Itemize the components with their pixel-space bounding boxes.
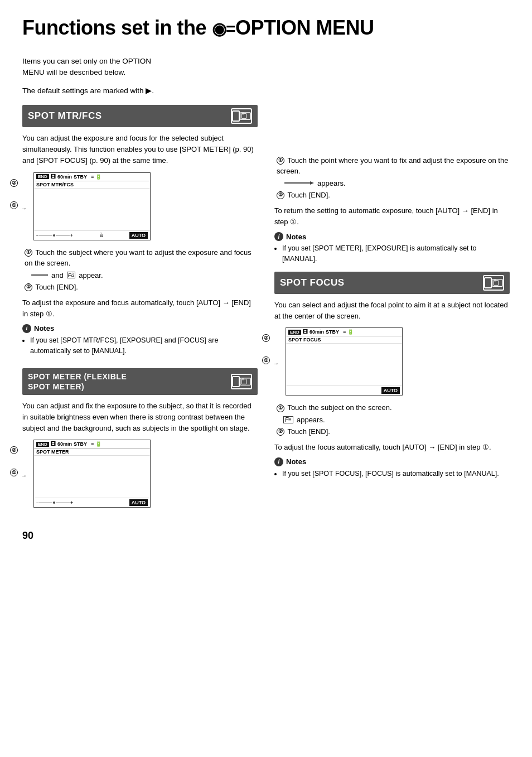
step1-spot-meter: ① Touch the point where you want to fix … — [274, 155, 510, 177]
intro-text: Items you can set only on the OPTION MEN… — [22, 56, 258, 79]
page-title: Functions set in the ◉=OPTION MENU — [22, 17, 510, 39]
appear-text: appear. — [79, 271, 103, 279]
appears-spot-mtr-fcs: and Fǔ appear. — [31, 271, 258, 279]
page-number: 90 — [22, 530, 510, 542]
title-suffix: OPTION MENU — [235, 16, 374, 39]
camera-icon-spot-mtr-fcs — [231, 108, 252, 124]
focus-icon-1: à — [100, 232, 103, 238]
screen-content-1 — [34, 189, 150, 230]
auto-return-spot-meter: To return the setting to automatic expos… — [274, 205, 510, 228]
notes-list-1: If you set [SPOT MTR/FCS], [EXPOSURE] an… — [22, 335, 258, 357]
appears-spot-meter: appears. — [283, 179, 510, 187]
auto-label-3: AUTO — [381, 387, 400, 394]
menu-label-spot-mtr-fcs: SPOT MTR/FCS — [34, 181, 150, 189]
notes-header-1: i Notes — [22, 324, 258, 333]
callout-2-spot-meter: ② — [10, 446, 18, 454]
title-prefix: Functions set in the — [22, 16, 212, 39]
auto-return-spot-mtr-fcs: To adjust the exposure and focus automat… — [22, 297, 258, 320]
auto-label-2: AUTO — [129, 499, 148, 506]
menu-label-spot-focus: SPOT FOCUS — [286, 336, 402, 344]
tape-icon: 🎞 — [51, 174, 56, 180]
note-item-1: If you set [SPOT MTR/FCS], [EXPOSURE] an… — [30, 335, 258, 357]
notes-spot-meter: i Notes If you set [SPOT METER], [EXPOSU… — [274, 232, 510, 265]
spot-mtr-fcs-body: You can adjust the exposure and focus fo… — [22, 133, 258, 166]
screen-mockup-spot-meter: ② ① → END 🎞 60min STBY ≡ 🔋 SPOT METER — [22, 440, 156, 508]
notes-list-2: If you set [SPOT METER], [EXPOSURE] is a… — [274, 243, 510, 265]
section-header-spot-focus: SPOT FOCUS — [274, 272, 510, 294]
battery-icon: 🔋 — [95, 174, 101, 180]
screen-spot-focus: END 🎞 60min STBY ≡ 🔋 SPOT FOCUS AUTO — [286, 327, 403, 396]
step2-spot-meter: ② Touch [END]. — [274, 190, 510, 201]
tape-time: 60min — [57, 174, 72, 180]
notes-spot-focus: i Notes If you set [SPOT FOCUS], [FOCUS]… — [274, 457, 510, 479]
screen-mockup-spot-mtr-fcs: ② ① → END 🎞 60min STBY ≡ 🔋 SPOT MTR/FCS — [22, 172, 156, 240]
notes-spot-mtr-fcs: i Notes If you set [SPOT MTR/FCS], [EXPO… — [22, 324, 258, 357]
step1-spot-mtr-fcs: ① Touch the subject where you want to ad… — [22, 247, 258, 269]
spot-focus-body: You can select and adjust the focal poin… — [274, 300, 510, 322]
callout-2-spot-focus: ② — [262, 334, 270, 342]
arrow-1-spot-focus: → — [273, 360, 279, 367]
section-title-spot-focus: SPOT FOCUS — [280, 277, 345, 288]
arrow-1-spot-meter: → — [21, 472, 27, 479]
screen-content-2 — [34, 456, 150, 498]
screen-bottom-3: AUTO — [286, 385, 402, 395]
screen-content-3 — [286, 344, 402, 385]
spot-meter-step1-col2: ① Touch the point where you want to fix … — [274, 155, 510, 265]
fe-icon-2: F≡ — [283, 416, 293, 423]
auto-label-1: AUTO — [129, 232, 148, 239]
end-btn-top: END — [36, 174, 49, 179]
section-header-spot-meter: SPOT METER (Flexible spot meter) — [22, 368, 258, 395]
notes-icon-2: i — [274, 232, 283, 241]
step2-spot-focus: ② Touch [END]. — [274, 426, 510, 437]
section-title-spot-mtr-fcs: SPOT MTR/FCS — [28, 110, 102, 122]
notes-icon-1: i — [22, 324, 31, 333]
note-item-2: If you set [SPOT METER], [EXPOSURE] is a… — [282, 243, 510, 265]
auto-return-spot-focus: To adjust the focus automatically, touch… — [274, 442, 510, 453]
notes-list-3: If you set [SPOT FOCUS], [FOCUS] is auto… — [274, 469, 510, 479]
stby-label: STBY — [74, 174, 87, 180]
option-icon: ◉= — [212, 20, 236, 38]
bars-icon: ≡ — [91, 174, 94, 180]
section-spot-mtr-fcs: SPOT MTR/FCS You can adjust the exposure… — [22, 105, 258, 357]
callout-1-spot-meter: ① — [10, 469, 18, 476]
menu-label-spot-meter: SPOT METER — [34, 449, 150, 456]
callout-1-spot-mtr-fcs: ① — [10, 201, 18, 209]
notes-header-2: i Notes — [274, 232, 510, 241]
screen-bottom-1: - + à AUTO — [34, 230, 150, 240]
screen-spot-mtr-fcs: END 🎞 60min STBY ≡ 🔋 SPOT MTR/FCS - — [33, 172, 151, 240]
spot-meter-body: You can adjust and fix the exposure to t… — [22, 401, 258, 434]
step2-spot-mtr-fcs: ② Touch [END]. — [22, 282, 258, 293]
callout-2-spot-mtr-fcs: ② — [10, 179, 18, 187]
screen-mockup-spot-focus: ② ① → END 🎞 60min STBY ≡ 🔋 SPOT FOCUS — [274, 327, 408, 396]
section-spot-meter: SPOT METER (Flexible spot meter) You can… — [22, 368, 258, 508]
camera-icon-spot-meter — [231, 374, 252, 389]
svg-marker-9 — [310, 181, 314, 185]
note-item-3: If you set [SPOT FOCUS], [FOCUS] is auto… — [282, 469, 510, 479]
callout-1-spot-focus: ① — [262, 356, 270, 364]
section-spot-focus: SPOT FOCUS You can select and adjust the… — [274, 272, 510, 479]
appears-spot-focus: F≡ appears. — [283, 416, 510, 424]
section-title-spot-meter: SPOT METER (Flexible spot meter) — [28, 372, 127, 392]
arrow-1-spot-mtr-fcs: → — [21, 205, 27, 211]
notes-icon-3: i — [274, 457, 283, 466]
section-header-spot-mtr-fcs: SPOT MTR/FCS — [22, 105, 258, 127]
notes-header-3: i Notes — [274, 457, 510, 466]
fe-icon-1: Fǔ — [67, 272, 76, 278]
camera-icon-spot-focus — [483, 275, 504, 291]
step1-spot-focus: ① Touch the subject on the screen. — [274, 402, 510, 413]
screen-bottom-2: - + AUTO — [34, 498, 150, 507]
default-note: The default settings are marked with ▶. — [22, 86, 258, 95]
screen-spot-meter: END 🎞 60min STBY ≡ 🔋 SPOT METER - — [33, 440, 151, 508]
